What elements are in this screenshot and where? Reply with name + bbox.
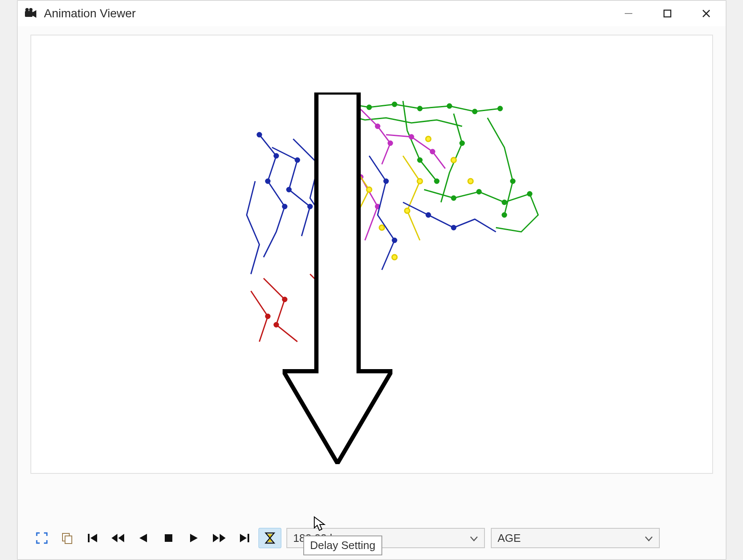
svg-marker-67	[190, 534, 198, 542]
svg-point-23	[502, 200, 506, 204]
svg-point-40	[468, 179, 473, 184]
fullscreen-button[interactable]	[30, 528, 53, 548]
svg-point-14	[473, 109, 477, 114]
svg-point-17	[435, 179, 439, 183]
svg-point-22	[477, 190, 481, 194]
svg-point-55	[274, 323, 278, 327]
svg-point-52	[426, 213, 430, 217]
svg-point-28	[430, 150, 435, 154]
window-title: Animation Viewer	[44, 7, 136, 20]
svg-point-16	[418, 158, 422, 162]
svg-point-12	[418, 106, 422, 111]
skip-last-button[interactable]	[233, 528, 256, 548]
application-window: Animation Viewer	[17, 0, 727, 560]
skip-first-button[interactable]	[81, 528, 104, 548]
fast-backward-button[interactable]	[106, 528, 129, 548]
svg-point-15	[498, 106, 502, 111]
tooltip-text: Delay Setting	[310, 539, 376, 552]
svg-point-19	[511, 179, 515, 183]
svg-point-20	[502, 213, 506, 217]
close-button[interactable]	[687, 1, 726, 26]
svg-marker-65	[139, 534, 147, 542]
svg-rect-71	[248, 534, 249, 542]
hourglass-icon	[264, 532, 275, 544]
window-controls	[609, 1, 726, 26]
svg-rect-61	[88, 534, 90, 542]
minimize-button[interactable]	[609, 1, 648, 26]
svg-marker-1	[33, 10, 36, 18]
svg-point-35	[405, 208, 410, 213]
svg-point-3	[29, 8, 33, 11]
svg-point-42	[274, 154, 278, 158]
svg-marker-62	[90, 534, 97, 542]
svg-point-43	[266, 179, 270, 183]
step-backward-button[interactable]	[132, 528, 155, 548]
svg-marker-69	[220, 534, 226, 542]
annotation-arrow	[283, 92, 392, 464]
svg-rect-60	[65, 536, 72, 544]
chevron-down-icon	[645, 532, 653, 545]
svg-marker-74	[314, 517, 324, 530]
svg-point-13	[447, 104, 452, 108]
svg-marker-70	[240, 534, 247, 542]
svg-point-38	[426, 136, 431, 141]
copy-button[interactable]	[56, 528, 79, 548]
camera-icon	[24, 6, 38, 21]
svg-point-58	[266, 314, 270, 318]
svg-point-53	[452, 226, 456, 230]
svg-point-21	[452, 196, 456, 200]
svg-marker-68	[213, 534, 219, 542]
parameter-value: AGE	[498, 532, 521, 545]
svg-point-2	[25, 8, 29, 11]
svg-point-41	[257, 133, 261, 137]
svg-rect-66	[165, 534, 172, 542]
svg-point-24	[528, 192, 532, 196]
stop-button[interactable]	[157, 528, 180, 548]
delay-setting-button[interactable]	[259, 528, 281, 548]
animation-canvas[interactable]	[30, 35, 713, 474]
svg-point-34	[417, 179, 422, 184]
chevron-down-icon	[470, 532, 478, 545]
titlebar: Animation Viewer	[18, 1, 726, 26]
delay-setting-tooltip: Delay Setting	[303, 536, 382, 555]
maximize-button[interactable]	[648, 1, 687, 26]
svg-rect-0	[25, 11, 33, 17]
svg-point-51	[392, 238, 397, 242]
mouse-cursor-icon	[313, 516, 326, 531]
svg-rect-5	[664, 10, 671, 17]
fast-forward-button[interactable]	[208, 528, 231, 548]
svg-point-39	[451, 158, 456, 163]
svg-marker-64	[118, 534, 124, 542]
svg-point-11	[392, 102, 397, 106]
parameter-selector[interactable]: AGE	[491, 528, 660, 548]
svg-point-27	[409, 135, 414, 139]
play-button[interactable]	[182, 528, 205, 548]
svg-marker-63	[112, 534, 117, 542]
svg-point-37	[392, 255, 397, 260]
svg-point-18	[460, 141, 464, 145]
